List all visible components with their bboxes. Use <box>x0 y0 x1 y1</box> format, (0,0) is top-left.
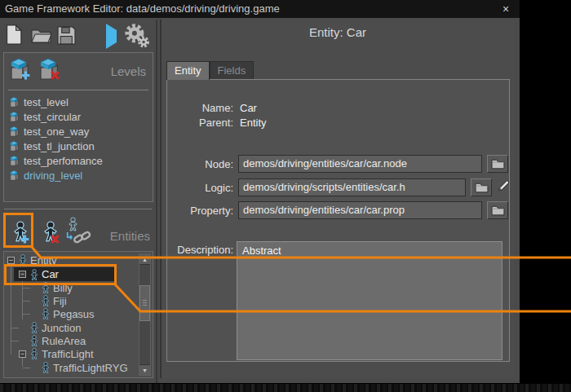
add-level-button[interactable] <box>8 58 31 83</box>
entity-tree: Entity Car Billy Fiji Pegasus Juncti <box>3 251 153 378</box>
scroll-down-icon[interactable] <box>139 364 150 375</box>
tree-item-billy[interactable]: Billy <box>4 281 138 294</box>
node-browse-button[interactable] <box>487 155 508 173</box>
node-field[interactable]: demos/driving/entities/car/car.node <box>238 155 482 173</box>
level-label: test_level <box>24 96 69 108</box>
app-window: Game Framework Editor: data/demos/drivin… <box>0 0 520 383</box>
tree-item-label: TrafficLightRYG <box>53 362 128 374</box>
scrollbar-grip <box>143 300 147 307</box>
level-label: test_tl_junction <box>24 140 95 152</box>
pencil-icon <box>496 178 511 193</box>
screen: Game Framework Editor: data/demos/drivin… <box>0 0 571 392</box>
tree-item-trafficlight[interactable]: TrafficLight <box>4 347 138 360</box>
collapse-minus-icon[interactable] <box>19 271 26 278</box>
cross-badge-icon <box>51 235 60 244</box>
tab-entity[interactable]: Entity <box>166 61 210 80</box>
detail-title: Entity: Car <box>162 25 514 39</box>
level-icon <box>9 126 20 137</box>
cross-badge-icon <box>51 71 60 80</box>
tree-item-rulearea[interactable]: RuleArea <box>4 334 138 347</box>
tree-item-label: Car <box>42 268 59 280</box>
property-browse-button[interactable] <box>487 201 508 219</box>
close-button[interactable]: × <box>498 0 513 18</box>
run-button[interactable] <box>106 30 117 42</box>
level-item-test-perfomance[interactable]: test_perfomance <box>9 153 103 168</box>
level-label: test_one_way <box>24 126 89 138</box>
add-entity-button[interactable] <box>7 217 33 248</box>
entity-detail-panel: Entity: Car Entity Fields Name: Car Pare… <box>160 20 514 378</box>
node-label: Node: <box>167 158 233 170</box>
entity-icon <box>29 335 39 346</box>
folder-icon <box>475 182 489 193</box>
entity-icon <box>41 308 51 319</box>
tree-item-fiji[interactable]: Fiji <box>4 294 138 307</box>
level-item-test-one-way[interactable]: test_one_way <box>9 124 89 139</box>
levels-panel-title: Levels <box>111 64 146 78</box>
property-field[interactable]: demos/driving/entities/car/car.prop <box>238 201 482 219</box>
save-floppy-icon <box>57 26 76 45</box>
scrollbar-thumb[interactable] <box>139 285 150 321</box>
delete-entity-button[interactable] <box>38 217 64 248</box>
entity-icon <box>29 269 39 280</box>
entity-icon <box>29 322 39 333</box>
name-value: Car <box>240 102 257 114</box>
entity-icon <box>41 295 51 306</box>
plus-badge-icon <box>21 71 30 80</box>
delete-level-button[interactable] <box>38 58 60 83</box>
title-bar: Game Framework Editor: data/demos/drivin… <box>0 0 520 18</box>
property-label: Property: <box>167 205 233 217</box>
window-title: Game Framework Editor: data/demos/drivin… <box>5 2 280 15</box>
entity-form: Name: Car Parent: Entity Node: demos/dri… <box>166 79 510 362</box>
tree-item-trafficlightryg[interactable]: TrafficLightRYG <box>4 361 138 374</box>
tree-item-junction[interactable]: Junction <box>4 321 138 334</box>
entity-icon <box>41 362 51 373</box>
parent-label: Parent: <box>167 117 233 129</box>
panel-splitter[interactable] <box>4 209 152 209</box>
new-file-button[interactable] <box>6 24 23 47</box>
tree-item-entity[interactable]: Entity <box>4 253 138 266</box>
tree-item-label: Entity <box>30 254 57 266</box>
entities-panel-title: Entities <box>85 229 150 243</box>
level-item-test-tl-junction[interactable]: test_tl_junction <box>9 139 95 153</box>
entity-icon <box>41 282 51 293</box>
tree-item-label: Junction <box>42 322 81 334</box>
logic-field[interactable]: demos/driving/scripts/entities/car.h <box>238 178 466 196</box>
levels-panel: Levels test_level test_circular test_one… <box>3 52 153 202</box>
level-icon <box>9 97 20 108</box>
tree-item-label: Billy <box>53 282 73 294</box>
logic-browse-button[interactable] <box>471 178 492 196</box>
level-icon <box>9 141 20 152</box>
level-icon <box>9 112 20 122</box>
run-play-icon <box>106 24 117 49</box>
scroll-up-icon[interactable] <box>139 254 150 265</box>
tree-item-label: RuleArea <box>42 335 86 347</box>
entity-icon <box>29 348 39 359</box>
open-file-button[interactable] <box>31 28 52 46</box>
entity-icon <box>18 254 28 266</box>
tree-item-pegasus[interactable]: Pegasus <box>4 307 138 320</box>
tree-item-label: Fiji <box>53 295 67 307</box>
collapse-minus-icon[interactable] <box>19 350 26 358</box>
folder-icon <box>491 158 505 170</box>
detail-tabs: Entity Fields <box>166 61 254 80</box>
link-entity-person-icon <box>67 217 79 231</box>
save-button[interactable] <box>57 26 76 47</box>
level-label: driving_level <box>24 170 82 182</box>
level-icon <box>9 156 20 166</box>
arrow-badge-icon <box>66 232 73 240</box>
level-item-test-circular[interactable]: test_circular <box>9 109 81 124</box>
tree-item-label: TrafficLight <box>42 348 94 360</box>
logic-label: Logic: <box>167 182 233 194</box>
tree-item-car[interactable]: Car <box>14 267 117 281</box>
description-label: Description: <box>167 244 233 256</box>
collapse-minus-icon[interactable] <box>7 257 15 264</box>
level-item-driving-level[interactable]: driving_level <box>9 168 82 183</box>
folder-icon <box>491 205 505 216</box>
level-item-test-level[interactable]: test_level <box>9 95 69 109</box>
tree-item-label: Pegasus <box>53 308 95 320</box>
tab-fields[interactable]: Fields <box>210 61 255 80</box>
settings-button[interactable] <box>123 23 149 51</box>
logic-edit-button[interactable] <box>496 178 511 196</box>
description-textarea[interactable]: Abstract <box>237 241 502 360</box>
tree-scrollbar[interactable] <box>139 253 151 376</box>
